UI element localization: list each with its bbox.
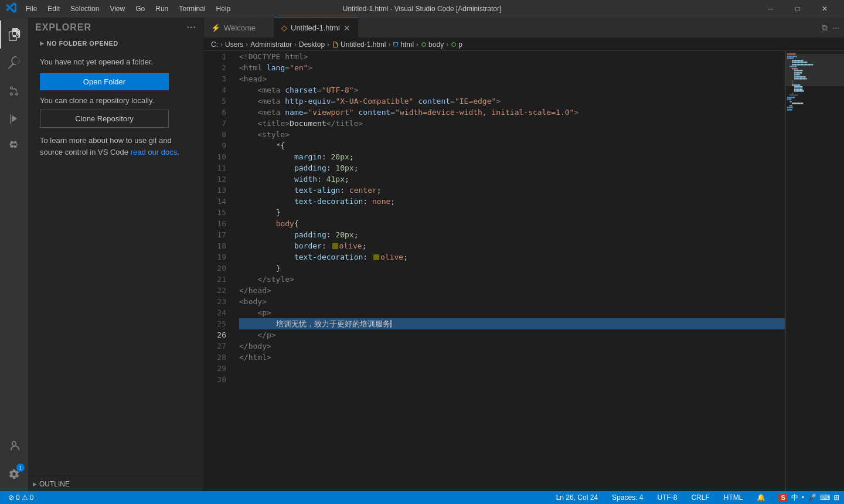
line-number: 8: [204, 129, 233, 140]
activity-account[interactable]: [0, 432, 28, 460]
table-row: *{: [239, 140, 785, 151]
tab-html-label: Untitled-1.html: [291, 23, 340, 32]
no-folder-section[interactable]: NO FOLDER OPENED: [28, 38, 203, 49]
window-controls[interactable]: ─ □ ✕: [757, 0, 838, 18]
ime-s[interactable]: S: [778, 494, 787, 501]
titlebar: File Edit Selection View Go Run Terminal…: [0, 0, 844, 18]
line-number: 30: [204, 374, 233, 385]
ime-dot[interactable]: •: [802, 493, 804, 502]
activity-explorer[interactable]: [0, 21, 28, 49]
minimap: ████████████ ██████████████ █████████ ██…: [785, 51, 844, 491]
clone-repository-button[interactable]: Clone Repository: [40, 110, 169, 128]
line-number: 1: [204, 51, 233, 62]
breadcrumb-desktop[interactable]: Desktop: [299, 40, 325, 49]
breadcrumb-file[interactable]: Untitled-1.html: [332, 40, 386, 49]
activity-settings[interactable]: 1: [0, 460, 28, 488]
ime-zh[interactable]: 中: [791, 493, 798, 503]
line-ending[interactable]: CRLF: [688, 491, 713, 504]
sidebar-more-button[interactable]: ···: [187, 22, 196, 33]
activity-search[interactable]: [0, 49, 28, 77]
code-token: 20px: [331, 151, 349, 162]
open-folder-button[interactable]: Open Folder: [40, 73, 169, 90]
line-number: 28: [204, 352, 233, 363]
color-swatch-icon: [373, 254, 379, 260]
table-row: </style>: [239, 274, 785, 285]
menu-terminal[interactable]: Terminal: [174, 4, 210, 14]
tab-untitled-html[interactable]: ◇ Untitled-1.html ✕: [274, 18, 358, 38]
more-actions-button[interactable]: ···: [832, 23, 839, 32]
error-count[interactable]: ⊘ 0 ⚠ 0: [5, 491, 37, 504]
tab-close-button[interactable]: ✕: [343, 23, 350, 33]
code-token: }: [276, 207, 281, 218]
ime-mic[interactable]: 🎤: [808, 493, 816, 502]
code-token: [239, 151, 294, 162]
menu-go[interactable]: Go: [131, 4, 149, 14]
table-row: padding: 10px;: [239, 162, 785, 173]
breadcrumb-drive[interactable]: C:: [211, 40, 218, 49]
line-number: 23: [204, 296, 233, 307]
table-row: <style>: [239, 129, 785, 140]
minimap-highlight: [786, 54, 844, 86]
outline-bar[interactable]: OUTLINE: [28, 476, 203, 491]
menu-run[interactable]: Run: [151, 4, 173, 14]
breadcrumb-users[interactable]: Users: [225, 40, 243, 49]
breadcrumb-body[interactable]: body: [421, 40, 444, 49]
language-mode[interactable]: HTML: [720, 491, 747, 504]
encoding[interactable]: UTF-8: [654, 491, 680, 504]
code-token: [239, 185, 294, 196]
split-editor-button[interactable]: ⧉: [822, 23, 828, 33]
tab-actions: ⧉ ···: [817, 18, 844, 38]
read-docs-link[interactable]: read our docs: [131, 148, 178, 156]
main-container: 1 EXPLORER ··· NO FOLDER OPENED You have…: [0, 18, 844, 491]
breadcrumb-p[interactable]: p: [451, 40, 462, 49]
code-token: 41px: [326, 173, 345, 185]
code-token: [239, 218, 276, 229]
code-token: margin: [294, 151, 322, 162]
tab-welcome[interactable]: ⚡ Welcome: [204, 18, 274, 38]
breadcrumb-html[interactable]: html: [393, 40, 414, 49]
titlebar-menu[interactable]: File Edit Selection View Go Run Terminal…: [21, 4, 235, 14]
cursor-position[interactable]: Ln 26, Col 24: [553, 491, 601, 504]
minimize-button[interactable]: ─: [757, 0, 784, 18]
menu-file[interactable]: File: [21, 4, 42, 14]
ime-grid[interactable]: ⊞: [833, 493, 839, 502]
code-token: "UTF-8": [322, 84, 354, 96]
menu-help[interactable]: Help: [212, 4, 236, 14]
code-token: [239, 207, 276, 218]
menu-selection[interactable]: Selection: [66, 4, 104, 14]
vscode-logo-icon: [6, 2, 16, 15]
code-token: </head>: [239, 285, 271, 296]
maximize-button[interactable]: □: [784, 0, 811, 18]
code-token: [239, 251, 294, 263]
feedback-button[interactable]: 🔔: [753, 491, 769, 504]
table-row: }: [239, 207, 785, 218]
activity-run-debug[interactable]: [0, 105, 28, 133]
code-token: [239, 263, 276, 274]
table-row: </p>: [239, 329, 785, 340]
status-left: ⊘ 0 ⚠ 0: [5, 491, 37, 504]
line-number: 25: [204, 318, 233, 329]
text-cursor: [390, 320, 392, 328]
code-token: 10px: [335, 162, 353, 173]
table-row: <title>Document</title>: [239, 118, 785, 129]
menu-view[interactable]: View: [105, 4, 130, 14]
activity-extensions[interactable]: [0, 133, 28, 161]
code-area: 1234567891011121314151617181920212223242…: [204, 51, 844, 491]
code-token: [239, 118, 257, 129]
code-token: Document: [290, 118, 326, 129]
code-token: [239, 329, 257, 340]
activity-source-control[interactable]: [0, 77, 28, 105]
table-row: </head>: [239, 285, 785, 296]
close-button[interactable]: ✕: [811, 0, 838, 18]
settings-badge: 1: [16, 464, 25, 472]
no-folder-label: NO FOLDER OPENED: [47, 40, 118, 47]
spaces[interactable]: Spaces: 4: [608, 491, 646, 504]
breadcrumb-administrator[interactable]: Administrator: [250, 40, 292, 49]
warning-num: 0: [30, 493, 34, 502]
code-token: [239, 162, 294, 173]
code-content[interactable]: <!DOCTYPE html><html lang="en"><head> <m…: [233, 51, 785, 491]
line-number: 7: [204, 118, 233, 129]
ime-keyboard[interactable]: ⌨: [820, 493, 830, 502]
code-token: [239, 318, 276, 329]
menu-edit[interactable]: Edit: [43, 4, 64, 14]
